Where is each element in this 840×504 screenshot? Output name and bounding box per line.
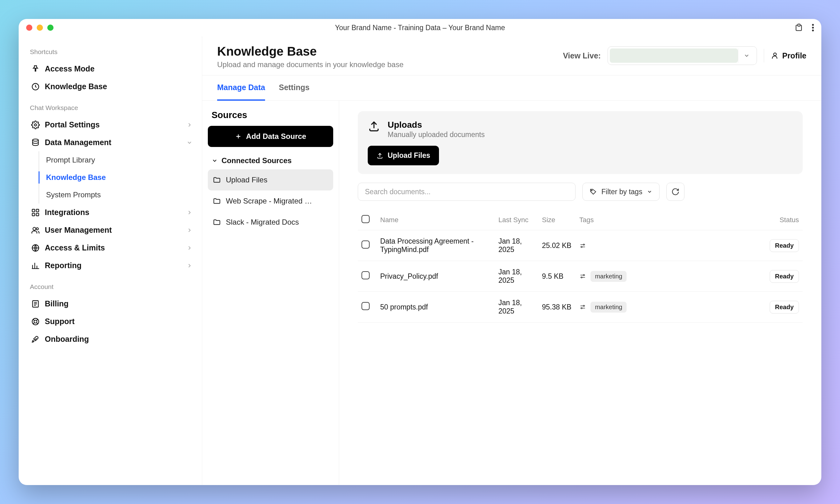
sidebar-item-label: Integrations xyxy=(45,208,89,217)
refresh-button[interactable] xyxy=(666,183,684,201)
svg-point-9 xyxy=(33,227,36,230)
documents-area: Uploads Manually uploaded documents Uplo… xyxy=(339,101,821,485)
source-item-label: Slack - Migrated Docs xyxy=(226,218,299,227)
sidebar-item-support[interactable]: Support xyxy=(28,312,196,330)
cell-name: Data Processing Agreement - TypingMind.p… xyxy=(376,230,495,261)
folder-icon xyxy=(213,218,221,226)
users-icon xyxy=(31,226,40,235)
clock-icon xyxy=(31,82,40,91)
sources-title: Sources xyxy=(208,110,333,126)
svg-point-19 xyxy=(583,275,585,276)
sidebar-item-knowledge-base-shortcut[interactable]: Knowledge Base xyxy=(28,78,196,95)
maximize-window-button[interactable] xyxy=(47,24,53,31)
minimize-window-button[interactable] xyxy=(37,24,43,31)
table-row[interactable]: Data Processing Agreement - TypingMind.p… xyxy=(358,230,803,261)
sidebar-item-onboarding[interactable]: Onboarding xyxy=(28,330,196,348)
sidebar-item-label: User Management xyxy=(45,226,112,235)
column-header-name[interactable]: Name xyxy=(376,210,495,230)
user-icon xyxy=(771,52,779,60)
cell-status: Ready xyxy=(759,230,803,261)
view-live-value xyxy=(610,49,738,63)
view-live-label: View Live: xyxy=(563,51,601,60)
sidebar-section-shortcuts: Shortcuts xyxy=(30,48,194,56)
svg-point-14 xyxy=(34,320,37,323)
chevron-right-icon xyxy=(186,245,192,251)
app-window: Your Brand Name - Training Data – Your B… xyxy=(19,19,821,485)
profile-label: Profile xyxy=(782,51,806,60)
sidebar-item-label: Data Management xyxy=(45,138,112,147)
lifebuoy-icon xyxy=(31,317,40,326)
column-header-tags[interactable]: Tags xyxy=(576,210,759,230)
sliders-icon[interactable] xyxy=(579,273,586,280)
column-header-last-sync[interactable]: Last Sync xyxy=(495,210,538,230)
page-subtitle: Upload and manage documents in your know… xyxy=(217,60,404,69)
sidebar-item-label: Access Mode xyxy=(45,64,95,73)
sidebar-item-billing[interactable]: Billing xyxy=(28,295,196,312)
sidebar-item-access-limits[interactable]: Access & Limits xyxy=(28,239,196,257)
chevron-right-icon xyxy=(186,227,192,233)
sidebar-item-access-mode[interactable]: Access Mode xyxy=(28,60,196,78)
extension-icon[interactable] xyxy=(794,23,803,32)
folder-icon xyxy=(213,176,221,184)
database-icon xyxy=(31,138,40,147)
view-live-select[interactable] xyxy=(607,46,757,65)
tab-manage-data[interactable]: Manage Data xyxy=(217,75,265,101)
chevron-down-icon xyxy=(647,189,652,195)
sliders-icon[interactable] xyxy=(579,304,586,310)
profile-button[interactable]: Profile xyxy=(771,51,806,60)
source-item-slack[interactable]: Slack - Migrated Docs xyxy=(208,212,333,233)
tag-icon xyxy=(589,188,597,195)
filter-label: Filter by tags xyxy=(601,188,642,196)
sidebar-item-label: Onboarding xyxy=(45,335,89,344)
sidebar-item-reporting[interactable]: Reporting xyxy=(28,257,196,274)
sidebar: Shortcuts Access Mode Knowledge Base Cha… xyxy=(19,36,202,485)
row-checkbox[interactable] xyxy=(361,240,370,249)
close-window-button[interactable] xyxy=(26,24,32,31)
table-row[interactable]: 50 prompts.pdf Jan 18, 2025 95.38 KB mar… xyxy=(358,292,803,323)
tag-chip[interactable]: marketing xyxy=(590,271,627,282)
sidebar-subitem-system-prompts[interactable]: System Prompts xyxy=(39,186,196,203)
chevron-right-icon xyxy=(186,263,192,269)
svg-point-21 xyxy=(583,305,585,307)
sidebar-item-user-management[interactable]: User Management xyxy=(28,221,196,239)
add-data-source-button[interactable]: Add Data Source xyxy=(208,126,333,147)
select-all-checkbox[interactable] xyxy=(361,215,370,223)
cell-name: 50 prompts.pdf xyxy=(376,292,495,323)
table-row[interactable]: Privacy_Policy.pdf Jan 18, 2025 9.5 KB m… xyxy=(358,261,803,292)
column-header-size[interactable]: Size xyxy=(538,210,576,230)
row-checkbox[interactable] xyxy=(361,302,370,310)
svg-point-4 xyxy=(33,139,38,141)
chevron-right-icon xyxy=(186,122,192,128)
cell-status: Ready xyxy=(759,292,803,323)
filter-by-tags-button[interactable]: Filter by tags xyxy=(582,183,659,201)
cell-last-sync: Jan 18, 2025 xyxy=(495,261,538,292)
upload-icon xyxy=(368,120,380,132)
sidebar-item-data-management[interactable]: Data Management xyxy=(28,133,196,151)
sidebar-item-label: Access & Limits xyxy=(45,243,105,252)
chevron-down-icon xyxy=(211,158,218,164)
sliders-icon[interactable] xyxy=(579,242,586,249)
cell-size: 25.02 KB xyxy=(538,230,576,261)
column-header-status[interactable]: Status xyxy=(759,210,803,230)
page-header: Knowledge Base Upload and manage documen… xyxy=(202,36,821,75)
uploads-card: Uploads Manually uploaded documents Uplo… xyxy=(358,111,803,174)
sidebar-item-portal-settings[interactable]: Portal Settings xyxy=(28,116,196,133)
row-checkbox[interactable] xyxy=(361,271,370,280)
tag-chip[interactable]: marketing xyxy=(590,302,627,312)
source-item-upload-files[interactable]: Upload Files xyxy=(208,169,333,191)
tab-settings[interactable]: Settings xyxy=(279,75,310,101)
sidebar-subitem-knowledge-base[interactable]: Knowledge Base xyxy=(39,169,196,186)
upload-files-button[interactable]: Upload Files xyxy=(368,146,439,165)
cell-name: Privacy_Policy.pdf xyxy=(376,261,495,292)
svg-rect-5 xyxy=(32,209,35,212)
sidebar-subitem-prompt-library[interactable]: Prompt Library xyxy=(39,151,196,169)
upload-icon xyxy=(376,152,383,159)
source-item-web-scrape[interactable]: Web Scrape - Migrated … xyxy=(208,191,333,212)
sidebar-item-integrations[interactable]: Integrations xyxy=(28,203,196,221)
search-input[interactable] xyxy=(358,183,576,201)
kebab-menu-icon[interactable] xyxy=(812,23,814,32)
connected-sources-header[interactable]: Connected Sources xyxy=(208,147,333,169)
uploads-subtitle: Manually uploaded documents xyxy=(388,130,485,139)
gear-icon xyxy=(31,121,40,129)
rocket-icon xyxy=(31,335,40,344)
